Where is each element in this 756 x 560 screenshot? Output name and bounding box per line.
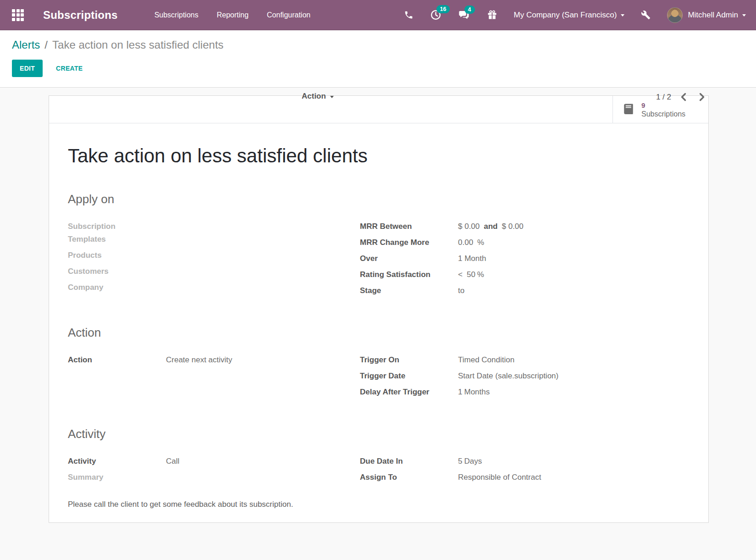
create-button[interactable]: CREATE xyxy=(53,60,85,77)
main-menu: Subscriptions Reporting Configuration xyxy=(155,11,311,19)
products-label: Products xyxy=(68,249,143,262)
section-heading-action: Action xyxy=(68,326,690,340)
over-value: 1 Month xyxy=(458,252,486,265)
breadcrumb-parent[interactable]: Alerts xyxy=(12,39,40,51)
section-heading-apply-on: Apply on xyxy=(68,192,690,206)
record-title: Take action on less satisfied clients xyxy=(68,145,690,167)
field-trigger-date: Trigger Date Start Date (sale.subscripti… xyxy=(360,370,690,383)
phone-icon xyxy=(404,10,414,20)
delay-after-trigger-label: Delay After Trigger xyxy=(360,386,458,399)
activity-note: Please call the client to get some feedb… xyxy=(68,500,690,509)
menu-item-configuration[interactable]: Configuration xyxy=(267,11,310,19)
pager: 1 / 2 xyxy=(656,92,708,102)
mrr-change-more-value: 0.00% xyxy=(458,236,484,249)
mrr-between-value: $ 0.00and$ 0.00 xyxy=(458,220,524,233)
messages-menu-button[interactable]: 4 xyxy=(458,10,470,21)
rating-satisfaction-label: Rating Satisfaction xyxy=(360,268,458,281)
mrr-between-label: MRR Between xyxy=(360,220,458,233)
activities-menu-button[interactable]: 16 xyxy=(430,9,441,21)
form-sheet: 9 Subscriptions Take action on less sati… xyxy=(49,95,709,523)
messages-count-badge: 4 xyxy=(464,6,475,14)
stage-value: to xyxy=(458,284,464,297)
field-mrr-change-more: MRR Change More 0.00% xyxy=(360,236,690,249)
trigger-on-label: Trigger On xyxy=(360,354,458,366)
screen: Subscriptions Subscriptions Reporting Co… xyxy=(0,0,756,560)
chevron-left-icon xyxy=(680,93,687,101)
mrr-change-more-label: MRR Change More xyxy=(360,236,458,249)
button-box: 9 Subscriptions xyxy=(49,96,708,123)
menu-item-subscriptions[interactable]: Subscriptions xyxy=(155,11,199,19)
systray: 16 4 xyxy=(404,7,746,23)
assign-to-value: Responsible of Contract xyxy=(458,471,541,484)
apply-on-right-column: MRR Between $ 0.00and$ 0.00 MRR Change M… xyxy=(360,220,690,300)
action-right-column: Trigger On Timed Condition Trigger Date … xyxy=(360,354,690,402)
trigger-date-value: Start Date (sale.subscription) xyxy=(458,370,558,383)
activity-group: Activity Call Summary Due Date In 5Days xyxy=(68,455,690,487)
company-label: Company xyxy=(68,281,143,294)
field-company: Company xyxy=(68,281,360,294)
app-title[interactable]: Subscriptions xyxy=(43,9,118,22)
apps-menu-icon[interactable] xyxy=(12,9,24,21)
field-due-date-in: Due Date In 5Days xyxy=(360,455,690,468)
field-over: Over 1 Month xyxy=(360,252,690,265)
user-menu[interactable]: Mitchell Admin xyxy=(667,7,746,23)
field-subscription-templates: Subscription Templates xyxy=(68,220,360,246)
control-panel: Alerts / Take action on less satisfied c… xyxy=(0,30,756,88)
apply-on-left-column: Subscription Templates Products Customer… xyxy=(68,220,360,300)
pager-value[interactable]: 1 / 2 xyxy=(656,93,671,102)
delay-after-trigger-value: 1Months xyxy=(458,386,490,399)
field-customers: Customers xyxy=(68,265,360,278)
menu-item-reporting[interactable]: Reporting xyxy=(217,11,248,19)
action-value: Create next activity xyxy=(166,354,232,366)
section-heading-activity: Activity xyxy=(68,427,690,441)
pager-next-button[interactable] xyxy=(696,92,708,102)
action-dropdown[interactable]: Action xyxy=(302,92,334,101)
company-switcher[interactable]: My Company (San Francisco) xyxy=(514,11,625,20)
edit-button[interactable]: EDIT xyxy=(12,60,43,77)
tools-icon xyxy=(641,10,651,20)
rating-satisfaction-value: <50% xyxy=(458,268,484,281)
control-panel-buttons: EDIT CREATE xyxy=(12,59,744,78)
content-area: 9 Subscriptions Take action on less sati… xyxy=(0,88,756,560)
trigger-on-value: Timed Condition xyxy=(458,354,514,366)
breadcrumb: Alerts / Take action on less satisfied c… xyxy=(12,39,744,51)
field-summary: Summary xyxy=(68,471,360,484)
chevron-down-icon xyxy=(621,14,624,17)
apply-on-group: Subscription Templates Products Customer… xyxy=(68,220,690,300)
activity-left-column: Activity Call Summary xyxy=(68,455,360,487)
customers-label: Customers xyxy=(68,265,143,278)
user-name: Mitchell Admin xyxy=(688,11,738,20)
activity-value: Call xyxy=(166,455,179,468)
chevron-right-icon xyxy=(699,93,705,101)
activity-label: Activity xyxy=(68,455,166,468)
breadcrumb-current: Take action on less satisfied clients xyxy=(52,39,224,51)
developer-tools-button[interactable] xyxy=(641,10,651,20)
field-mrr-between: MRR Between $ 0.00and$ 0.00 xyxy=(360,220,690,233)
field-trigger-on: Trigger On Timed Condition xyxy=(360,354,690,366)
form-body: Take action on less satisfied clients Ap… xyxy=(49,123,708,509)
trigger-date-label: Trigger Date xyxy=(360,370,458,383)
breadcrumb-separator: / xyxy=(44,39,48,51)
chevron-down-icon xyxy=(742,14,746,17)
field-action: Action Create next activity xyxy=(68,354,360,366)
activity-right-column: Due Date In 5Days Assign To Responsible … xyxy=(360,455,690,487)
due-date-in-value: 5Days xyxy=(458,455,482,468)
over-label: Over xyxy=(360,252,458,265)
field-assign-to: Assign To Responsible of Contract xyxy=(360,471,690,484)
gift-icon xyxy=(487,10,497,20)
field-activity: Activity Call xyxy=(68,455,360,468)
top-navbar: Subscriptions Subscriptions Reporting Co… xyxy=(0,0,756,30)
activities-count-badge: 16 xyxy=(436,5,450,13)
chevron-down-icon xyxy=(330,96,334,98)
referral-button[interactable] xyxy=(487,10,497,20)
stage-label: Stage xyxy=(360,284,458,297)
pager-previous-button[interactable] xyxy=(678,92,690,102)
action-label: Action xyxy=(68,354,166,366)
field-products: Products xyxy=(68,249,360,262)
user-avatar xyxy=(667,7,683,23)
due-date-in-label: Due Date In xyxy=(360,455,458,468)
action-group: Action Create next activity Trigger On T… xyxy=(68,354,690,402)
field-rating-satisfaction: Rating Satisfaction <50% xyxy=(360,268,690,281)
book-icon xyxy=(622,103,635,116)
voip-phone-button[interactable] xyxy=(404,10,414,20)
